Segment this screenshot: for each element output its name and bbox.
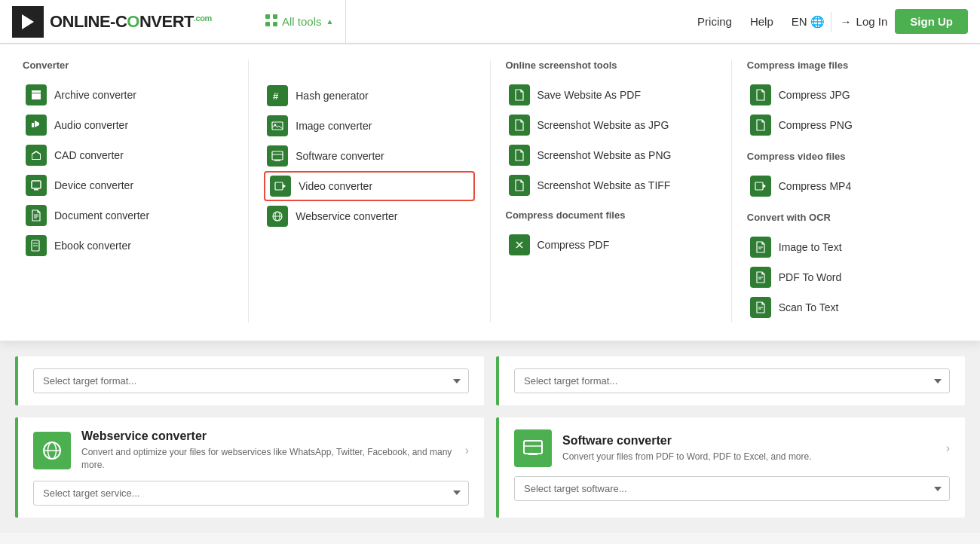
- menu-item-compress-png[interactable]: Compress PNG: [747, 110, 957, 140]
- menu-item-compress-pdf[interactable]: Compress PDF: [506, 230, 716, 260]
- menu-item-software[interactable]: Software converter: [264, 141, 474, 171]
- image-to-text-icon: [750, 237, 771, 258]
- header: ONLINE-CONVERT.com All tools ▲ Pricing H…: [0, 0, 980, 44]
- menu-col-compress-ocr: Compress image files Compress JPG Compre…: [747, 60, 957, 322]
- menu-item-screenshot-jpg[interactable]: Screenshot Website as JPG: [506, 110, 716, 140]
- video-icon: [270, 176, 291, 197]
- grid-icon: [265, 14, 277, 29]
- menu-item-save-pdf[interactable]: Save Website As PDF: [506, 80, 716, 110]
- menu-item-pdf-to-word[interactable]: PDF To Word: [747, 262, 957, 292]
- menu-item-webservice[interactable]: Webservice converter: [264, 201, 474, 231]
- screenshot-tiff-label: Screenshot Website as TIFF: [537, 179, 671, 191]
- pdf-to-word-icon: [750, 267, 771, 288]
- header-nav: Pricing Help: [697, 15, 773, 28]
- chevron-up-icon: ▲: [326, 17, 334, 26]
- menu-col-more: # Hash generator Image converter Softwar…: [264, 60, 474, 322]
- archive-label: Archive converter: [54, 89, 136, 101]
- login-button[interactable]: → Log In: [841, 15, 888, 28]
- screenshot-jpg-label: Screenshot Website as JPG: [537, 119, 669, 131]
- language-button[interactable]: EN 🌐: [786, 12, 831, 32]
- audio-label: Audio converter: [54, 119, 128, 131]
- compress-doc-title: Compress document files: [506, 209, 716, 221]
- svg-rect-4: [265, 22, 270, 26]
- converter-card-format-2: Select target format...: [496, 356, 965, 405]
- svg-rect-7: [34, 189, 38, 191]
- hash-label: Hash generator: [296, 90, 369, 102]
- content-area: Select target format... Select target fo…: [0, 341, 980, 533]
- compress-jpg-label: Compress JPG: [779, 89, 850, 101]
- svg-text:#: #: [273, 90, 279, 102]
- scan-to-text-label: Scan To Text: [779, 301, 839, 313]
- svg-rect-17: [275, 182, 283, 190]
- image-conv-label: Image converter: [296, 120, 372, 132]
- compress-vid-title: Compress video files: [747, 151, 957, 162]
- software-label: Software converter: [296, 150, 384, 162]
- webservice-label: Webservice converter: [296, 210, 397, 222]
- signup-button[interactable]: Sign Up: [895, 9, 968, 34]
- compress-png-icon: [750, 115, 771, 136]
- menu-item-screenshot-tiff[interactable]: Screenshot Website as TIFF: [506, 170, 716, 200]
- menu-item-hash[interactable]: # Hash generator: [264, 81, 474, 111]
- svg-rect-29: [524, 441, 542, 454]
- all-tools-button[interactable]: All tools ▲: [253, 0, 346, 44]
- software-icon: [267, 145, 288, 167]
- cad-label: CAD converter: [54, 149, 124, 161]
- menu-item-scan-to-text[interactable]: Scan To Text: [747, 292, 957, 322]
- logo-text: ONLINE-CONVERT.com: [50, 12, 212, 32]
- software-card-text: Software converter Convert your files fr…: [562, 434, 812, 463]
- software-select[interactable]: Select target software...: [514, 476, 950, 501]
- bottom-cards: Webservice converter Convert and optimiz…: [15, 417, 965, 518]
- webservice-card-desc: Convert and optimize your files for webs…: [81, 446, 455, 472]
- menu-col-converter: Converter Archive converter Audio conver…: [23, 60, 233, 322]
- svg-rect-3: [273, 14, 277, 19]
- svg-rect-24: [755, 182, 763, 190]
- webservice-card: Webservice converter Convert and optimiz…: [15, 417, 484, 518]
- menu-item-image[interactable]: Image converter: [264, 111, 474, 141]
- menu-col-screenshot: Online screenshot tools Save Website As …: [506, 60, 716, 322]
- menu-item-compress-jpg[interactable]: Compress JPG: [747, 80, 957, 110]
- ebook-label: Ebook converter: [54, 240, 131, 252]
- image-to-text-label: Image to Text: [779, 241, 842, 253]
- help-link[interactable]: Help: [750, 15, 773, 28]
- screenshot-jpg-icon: [509, 115, 530, 136]
- compress-img-title: Compress image files: [747, 60, 957, 71]
- menu-item-document[interactable]: Document converter: [23, 200, 233, 231]
- webservice-card-header: Webservice converter Convert and optimiz…: [33, 429, 469, 472]
- menu-item-ebook[interactable]: Ebook converter: [23, 231, 233, 261]
- device-icon: [26, 175, 47, 196]
- document-label: Document converter: [54, 209, 149, 222]
- menu-item-image-to-text[interactable]: Image to Text: [747, 232, 957, 262]
- converter-card-format-1: Select target format...: [15, 356, 484, 405]
- converter-section-title: Converter: [23, 60, 233, 71]
- cad-icon: [26, 145, 47, 166]
- audio-icon: [26, 115, 47, 136]
- webservice-select[interactable]: Select target service...: [33, 481, 469, 506]
- ocr-title: Convert with OCR: [747, 212, 957, 223]
- menu-item-compress-mp4[interactable]: Compress MP4: [747, 171, 957, 201]
- login-arrow-icon: →: [841, 15, 852, 28]
- login-label: Log In: [856, 15, 888, 28]
- menu-item-device[interactable]: Device converter: [23, 170, 233, 200]
- svg-rect-6: [32, 181, 41, 188]
- menu-item-screenshot-png[interactable]: Screenshot Website as PNG: [506, 140, 716, 170]
- svg-marker-25: [763, 184, 766, 188]
- webservice-card-title: Webservice converter: [81, 429, 455, 443]
- webservice-icon: [267, 206, 288, 227]
- compress-jpg-icon: [750, 84, 771, 105]
- pdf-to-word-label: PDF To Word: [779, 271, 842, 283]
- select-format-2[interactable]: Select target format...: [514, 368, 950, 393]
- select-format-1[interactable]: Select target format...: [33, 368, 469, 393]
- software-card-icon: [514, 429, 552, 467]
- menu-item-video[interactable]: Video converter: [264, 171, 474, 201]
- document-icon: [26, 205, 47, 226]
- archive-icon: [26, 84, 47, 105]
- menu-item-cad[interactable]: CAD converter: [23, 140, 233, 170]
- screenshot-tiff-icon: [509, 175, 530, 196]
- pricing-link[interactable]: Pricing: [697, 15, 732, 28]
- header-actions: → Log In Sign Up: [841, 9, 968, 34]
- video-label: Video converter: [299, 180, 372, 192]
- software-card-title: Software converter: [562, 434, 812, 448]
- menu-item-audio[interactable]: Audio converter: [23, 110, 233, 140]
- lang-label: EN: [792, 15, 807, 28]
- menu-item-archive[interactable]: Archive converter: [23, 80, 233, 110]
